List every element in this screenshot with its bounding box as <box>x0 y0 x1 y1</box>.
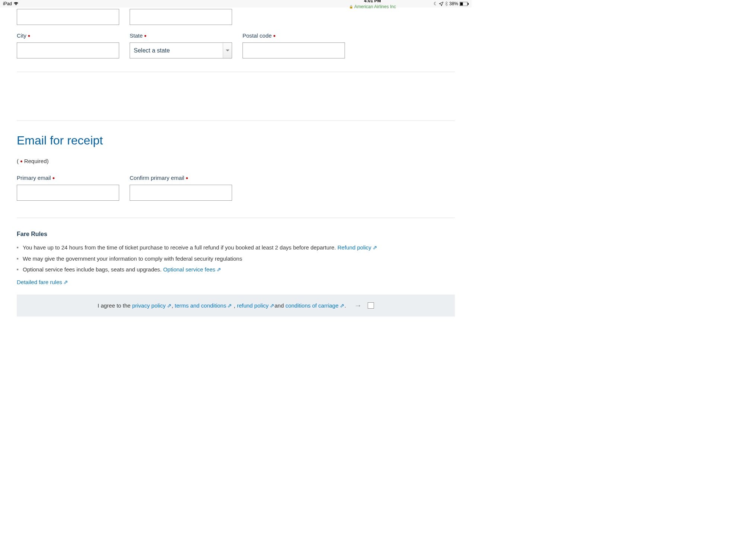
section-divider <box>17 120 455 121</box>
email-section-title: Email for receipt <box>17 134 455 147</box>
postal-label: Postal code• <box>242 32 345 39</box>
agreement-box: I agree to the privacy policy⇗, terms an… <box>17 295 455 316</box>
postal-input[interactable] <box>242 42 345 58</box>
lock-icon: 🔒 <box>349 5 353 9</box>
state-label: State• <box>130 32 232 39</box>
address-line1-input[interactable] <box>17 9 119 25</box>
terms-link[interactable]: terms and conditions⇗ <box>175 302 232 309</box>
conditions-carriage-link[interactable]: conditions of carriage⇗ <box>285 302 345 309</box>
address-line2-input[interactable] <box>130 9 232 25</box>
required-dot: • <box>144 32 146 40</box>
section-divider <box>17 217 455 218</box>
external-link-icon: ⇗ <box>216 266 221 273</box>
do-not-disturb-icon: ☾ <box>434 1 438 6</box>
required-dot: • <box>273 32 275 40</box>
primary-email-label: Primary email• <box>17 175 119 181</box>
city-label: City• <box>17 32 119 39</box>
confirm-email-input[interactable] <box>130 185 232 201</box>
city-input[interactable] <box>17 42 119 58</box>
agree-checkbox[interactable] <box>368 302 374 309</box>
state-select[interactable]: Select a state <box>130 42 232 58</box>
refund-policy-link2[interactable]: refund policy⇗ <box>237 302 275 309</box>
privacy-policy-link[interactable]: privacy policy⇗ <box>132 302 172 309</box>
section-divider <box>17 71 455 72</box>
required-note: ( • Required) <box>17 158 455 164</box>
bluetooth-icon <box>445 1 448 6</box>
fare-rule-item: Optional service fees include bags, seat… <box>17 266 455 273</box>
primary-email-input[interactable] <box>17 185 119 201</box>
svg-rect-2 <box>468 3 469 5</box>
required-dot: • <box>53 175 55 182</box>
fare-rule-item: You have up to 24 hours from the time of… <box>17 244 455 251</box>
optional-fees-link[interactable]: Optional service fees⇗ <box>163 266 221 273</box>
location-icon <box>439 2 443 6</box>
wifi-icon <box>13 2 19 6</box>
external-link-icon: ⇗ <box>63 279 68 286</box>
status-site: 🔒American Airlines Inc <box>349 4 396 9</box>
detailed-fare-rules-link[interactable]: Detailed fare rules⇗ <box>17 279 68 286</box>
arrow-right-icon: → <box>354 301 362 310</box>
fare-rule-item: We may give the government your informat… <box>17 255 455 262</box>
battery-percent: 38% <box>449 1 458 6</box>
device-label: iPad <box>3 1 12 6</box>
fare-rules-heading: Fare Rules <box>17 231 455 238</box>
required-dot: • <box>186 175 188 182</box>
external-link-icon: ⇗ <box>227 302 232 309</box>
battery-icon <box>460 2 469 6</box>
fare-rules-list: You have up to 24 hours from the time of… <box>17 244 455 273</box>
confirm-email-label: Confirm primary email• <box>130 175 232 181</box>
status-time: 4:01 PM <box>364 0 381 3</box>
required-dot: • <box>28 32 30 40</box>
external-link-icon: ⇗ <box>167 302 172 309</box>
external-link-icon: ⇗ <box>270 302 275 309</box>
external-link-icon: ⇗ <box>372 244 377 251</box>
external-link-icon: ⇗ <box>340 302 345 309</box>
ios-status-bar: iPad 4:01 PM 🔒American Airlines Inc ☾ 38… <box>0 0 472 7</box>
svg-rect-1 <box>460 2 463 5</box>
refund-policy-link[interactable]: Refund policy⇗ <box>337 244 377 251</box>
